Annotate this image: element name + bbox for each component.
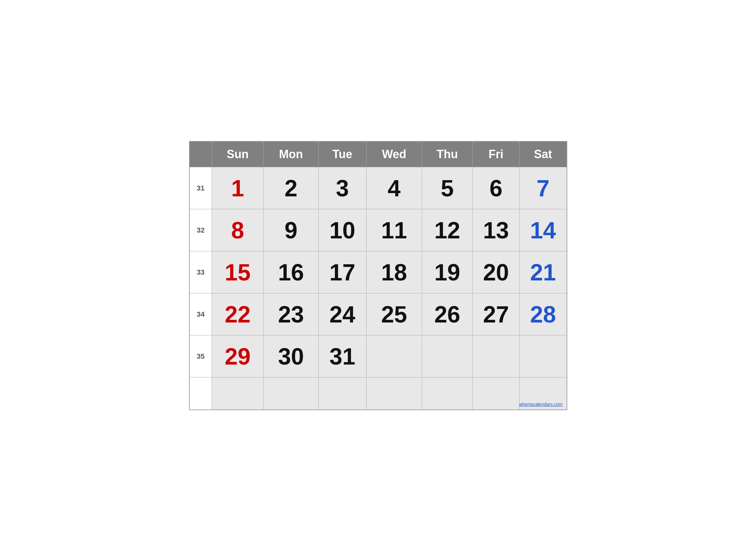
week-row: 3422232425262728 (189, 294, 567, 335)
extra-day-cell (422, 378, 472, 410)
header-tue: Tue (318, 141, 366, 167)
extra-day-cell (318, 378, 366, 410)
header-mon: Mon (263, 141, 318, 167)
footer-cell: wheniscalendars.com (519, 378, 567, 410)
day-cell: 16 (263, 251, 318, 294)
day-number: 6 (489, 175, 502, 201)
day-number: 11 (381, 217, 407, 243)
day-cell: 13 (472, 209, 519, 251)
day-number: 22 (225, 301, 251, 327)
extra-day-cell (472, 378, 519, 410)
day-number: 17 (329, 259, 355, 285)
extra-row: wheniscalendars.com (189, 378, 567, 410)
extra-day-cell (212, 378, 264, 410)
day-number: 20 (483, 259, 509, 285)
extra-day-cell (366, 378, 422, 410)
day-cell (519, 335, 567, 378)
day-cell: 31 (318, 335, 366, 378)
day-cell: 17 (318, 251, 366, 294)
day-number: 18 (381, 259, 407, 285)
day-number: 19 (434, 259, 460, 285)
day-cell: 26 (422, 294, 472, 335)
day-cell: 29 (212, 335, 264, 378)
day-number: 28 (530, 301, 556, 327)
day-number: 13 (483, 217, 509, 243)
day-number: 1 (231, 175, 244, 201)
header-row: Sun Mon Tue Wed Thu Fri Sat (189, 141, 567, 167)
extra-day-cell (263, 378, 318, 410)
day-cell: 6 (472, 167, 519, 209)
calendar-container: Sun Mon Tue Wed Thu Fri Sat 311234567328… (189, 125, 567, 410)
day-cell: 4 (366, 167, 422, 209)
header-fri: Fri (472, 141, 519, 167)
extra-no-cell (189, 378, 212, 410)
day-number: 4 (388, 175, 400, 201)
day-cell: 5 (422, 167, 472, 209)
day-number: 12 (434, 217, 460, 243)
day-number: 10 (329, 217, 355, 243)
calendar-body: 3112345673289101112131433151617181920213… (189, 167, 567, 410)
day-cell: 21 (519, 251, 567, 294)
day-cell: 15 (212, 251, 264, 294)
week-number: 33 (189, 251, 212, 294)
day-number: 3 (336, 175, 349, 201)
week-number: 34 (189, 294, 212, 335)
day-cell: 18 (366, 251, 422, 294)
week-row: 32891011121314 (189, 209, 567, 251)
day-cell: 11 (366, 209, 422, 251)
day-cell: 14 (519, 209, 567, 251)
day-cell: 30 (263, 335, 318, 378)
header-sat: Sat (519, 141, 567, 167)
week-row: 35293031 (189, 335, 567, 378)
header-thu: Thu (422, 141, 472, 167)
day-number: 26 (434, 301, 460, 327)
day-number: 25 (381, 301, 407, 327)
week-row: 3315161718192021 (189, 251, 567, 294)
day-number: 2 (284, 175, 297, 201)
day-cell (366, 335, 422, 378)
day-cell: 22 (212, 294, 264, 335)
day-cell: 7 (519, 167, 567, 209)
day-cell: 24 (318, 294, 366, 335)
day-number: 7 (536, 175, 550, 201)
day-cell (422, 335, 472, 378)
day-number: 8 (231, 217, 244, 243)
day-number: 23 (278, 301, 304, 327)
day-number: 14 (530, 217, 556, 243)
week-number: 35 (189, 335, 212, 378)
header-wed: Wed (366, 141, 422, 167)
day-number: 24 (329, 301, 355, 327)
header-no (189, 141, 212, 167)
day-number: 31 (329, 344, 355, 369)
week-number: 32 (189, 209, 212, 251)
day-cell: 20 (472, 251, 519, 294)
day-cell: 25 (366, 294, 422, 335)
watermark[interactable]: wheniscalendars.com (519, 402, 563, 407)
day-cell: 1 (212, 167, 264, 209)
week-row: 311234567 (189, 167, 567, 209)
day-cell: 27 (472, 294, 519, 335)
day-number: 27 (483, 301, 509, 327)
day-cell: 9 (263, 209, 318, 251)
day-number: 15 (225, 259, 251, 285)
day-number: 5 (441, 175, 454, 201)
calendar-title (189, 125, 567, 141)
day-number: 16 (278, 259, 304, 285)
day-number: 21 (530, 259, 556, 285)
day-number: 30 (278, 344, 304, 369)
day-cell: 19 (422, 251, 472, 294)
day-cell: 3 (318, 167, 366, 209)
day-cell (472, 335, 519, 378)
day-number: 9 (284, 217, 297, 243)
day-number: 29 (225, 344, 251, 369)
day-cell: 10 (318, 209, 366, 251)
header-sun: Sun (212, 141, 264, 167)
day-cell: 8 (212, 209, 264, 251)
day-cell: 28 (519, 294, 567, 335)
day-cell: 23 (263, 294, 318, 335)
calendar-table: Sun Mon Tue Wed Thu Fri Sat 311234567328… (189, 141, 567, 410)
week-number: 31 (189, 167, 212, 209)
day-cell: 12 (422, 209, 472, 251)
day-cell: 2 (263, 167, 318, 209)
